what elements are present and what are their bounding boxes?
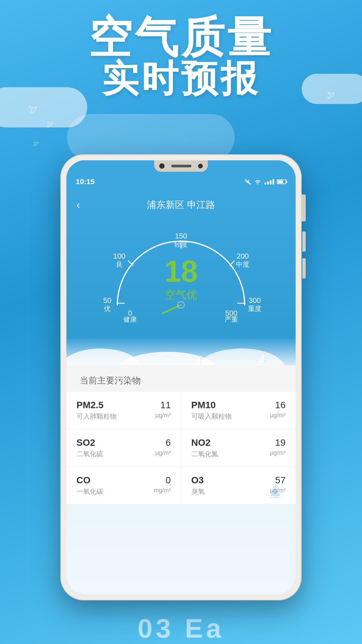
status-time: 10:15 <box>76 177 95 186</box>
cloud-transition <box>66 338 296 365</box>
front-camera <box>159 163 165 169</box>
pm25-desc: 可入肺颗粒物 <box>76 412 117 421</box>
bird-icon-3: 🕊 <box>34 141 39 147</box>
svg-text:50: 50 <box>103 296 111 305</box>
gauge-section: 150 轻度 100 良 200 中度 50 优 300 <box>66 218 296 338</box>
svg-text:健康: 健康 <box>123 316 137 323</box>
svg-text:优: 优 <box>104 305 111 312</box>
svg-point-24 <box>198 348 285 365</box>
phone-screen: 10:15 <box>66 160 296 594</box>
pollutant-row-1: PM2.5 可入肺颗粒物 11 μg/m³ <box>66 392 296 429</box>
pollutants-section: 当前主要污染物 PM2.5 可入肺颗粒物 11 μg <box>66 365 296 504</box>
svg-text:中度: 中度 <box>236 261 249 268</box>
pollutant-row-2: SO2 二氧化硫 6 μg/m³ <box>66 429 296 467</box>
pm25-cell: PM2.5 可入肺颗粒物 11 μg/m³ <box>66 392 181 429</box>
nav-bar: ‹ 浦东新区 申江路 <box>66 192 296 218</box>
battery-icon <box>277 179 286 184</box>
o3-desc: 臭氧 <box>191 487 205 496</box>
no2-unit: μg/m³ <box>270 449 286 457</box>
bottom-text: 03 Ea <box>137 613 224 644</box>
power-button <box>302 195 306 221</box>
phone-mockup: 10:15 <box>60 154 302 600</box>
aqi-value: 18 <box>164 256 198 286</box>
volume-down-button <box>302 258 306 278</box>
pm10-cell: PM10 可吸入颗粒物 16 μg/m³ <box>181 392 296 429</box>
phone-notch <box>154 160 208 172</box>
svg-marker-29 <box>270 484 276 496</box>
bird-icon-1: 🕊 <box>28 104 38 115</box>
so2-desc: 二氧化硫 <box>76 449 103 459</box>
hero-title-line2: 实时预报 <box>0 58 362 99</box>
app-content: ‹ 浦东新区 申江路 <box>66 192 296 594</box>
hero-section: 空气质量 实时预报 <box>0 13 362 99</box>
front-camera-2 <box>198 164 203 168</box>
co-name: CO <box>76 475 103 486</box>
co-value: 0 <box>154 475 171 486</box>
svg-text:300: 300 <box>249 296 261 305</box>
signal-bars <box>264 179 274 184</box>
pm25-unit: μg/m³ <box>155 412 171 419</box>
bird-icon-2: 🕊 <box>47 121 54 128</box>
wifi-icon <box>254 179 262 185</box>
no2-desc: 二氧化氮 <box>191 449 218 459</box>
no2-value: 19 <box>270 437 286 448</box>
svg-text:轻度: 轻度 <box>174 240 188 248</box>
notch-area <box>66 160 296 172</box>
no2-name: NO2 <box>191 437 218 448</box>
pm10-value: 16 <box>270 400 286 411</box>
svg-text:200: 200 <box>237 252 249 260</box>
pm10-unit: μg/m³ <box>270 412 286 419</box>
status-bar: 10:15 <box>66 172 296 192</box>
speaker-bar <box>171 165 191 167</box>
svg-text:重度: 重度 <box>248 305 261 312</box>
pollutants-title: 当前主要污染物 <box>66 365 296 392</box>
mute-icon <box>244 179 251 185</box>
hero-title-line1: 空气质量 <box>0 13 362 61</box>
so2-cell: SO2 二氧化硫 6 μg/m³ <box>66 429 181 467</box>
so2-name: SO2 <box>76 437 103 448</box>
svg-text:严重: 严重 <box>225 316 238 323</box>
svg-text:150: 150 <box>175 232 187 240</box>
o3-cell: O3 臭氧 57 μg/m³ <box>181 467 296 504</box>
svg-line-3 <box>230 261 235 266</box>
co-unit: mg/m³ <box>154 487 171 494</box>
pm10-name: PM10 <box>191 400 232 411</box>
svg-marker-30 <box>276 488 281 496</box>
svg-text:良: 良 <box>116 261 123 268</box>
gauge-container: 150 轻度 100 良 200 中度 50 优 300 <box>80 224 282 325</box>
svg-text:100: 100 <box>113 252 126 260</box>
o3-name: O3 <box>191 475 205 486</box>
co-cell: CO 一氧化碳 0 mg/m³ <box>66 467 181 504</box>
volume-up-button <box>302 231 306 252</box>
aqi-status: 空气优 <box>164 288 198 303</box>
back-button[interactable]: ‹ <box>76 199 80 211</box>
so2-unit: μg/m³ <box>155 449 171 457</box>
co-desc: 一氧化碳 <box>76 487 103 496</box>
status-icons <box>244 179 286 185</box>
so2-value: 6 <box>155 437 171 448</box>
pm10-desc: 可吸入颗粒物 <box>191 412 232 421</box>
phone-frame: 10:15 <box>60 154 302 600</box>
pm25-value: 11 <box>155 400 171 411</box>
pm25-name: PM2.5 <box>76 400 117 411</box>
nav-title: 浦东新区 申江路 <box>147 199 215 211</box>
no2-cell: NO2 二氧化氮 19 μg/m³ <box>181 429 296 467</box>
pollutant-row-3: CO 一氧化碳 0 mg/m³ <box>66 467 296 504</box>
